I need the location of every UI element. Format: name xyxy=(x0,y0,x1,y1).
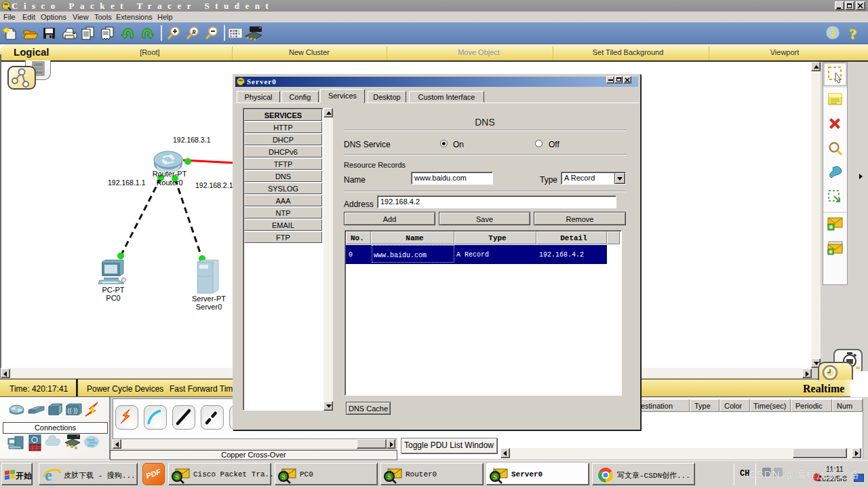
svg-text:S: S xyxy=(281,473,285,481)
svg-text:S: S xyxy=(387,473,391,481)
svg-text:e: e xyxy=(45,466,52,484)
svg-text:?: ? xyxy=(850,26,857,43)
svg-text:((·)): ((·)) xyxy=(68,407,78,414)
svg-text:S: S xyxy=(493,473,497,481)
svg-text:S: S xyxy=(175,473,179,481)
svg-text:R: R xyxy=(191,29,196,35)
